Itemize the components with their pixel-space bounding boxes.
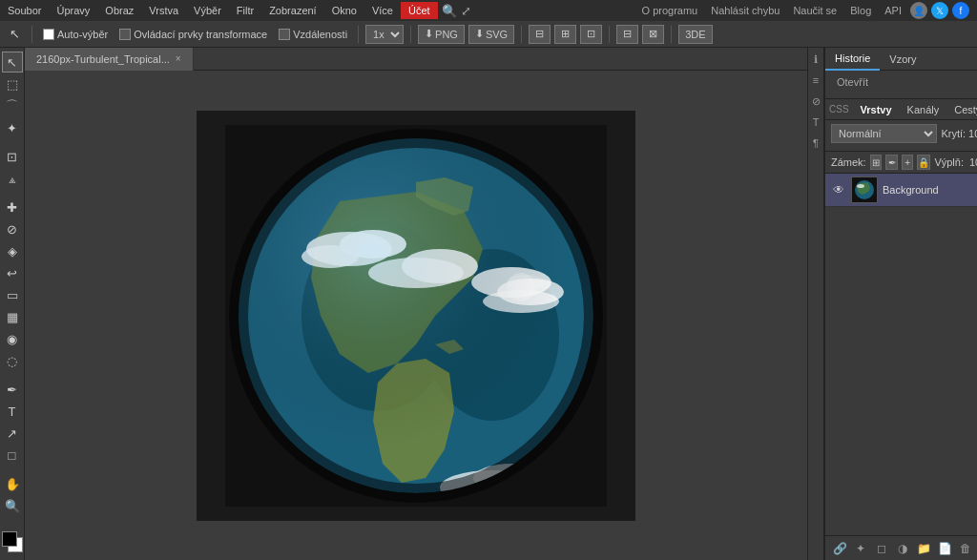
opacity-control: Krytí: 100% ▼ bbox=[941, 128, 977, 139]
canvas-container[interactable] bbox=[25, 71, 807, 560]
tools-panel: ↖ ⬚ ⌒ ✦ ⊡ ⟁ ✚ ⊘ ◈ ↩ ▭ ▦ ◉ ◌ ✒ T ↗ □ ✋ 🔍 bbox=[0, 48, 25, 560]
lock-transparent-icon[interactable]: ⊞ bbox=[870, 155, 883, 170]
adjustment-layer-icon[interactable]: ◑ bbox=[894, 540, 911, 557]
layer-mask-icon[interactable]: ◻ bbox=[873, 540, 890, 557]
paths-tab[interactable]: Cesty bbox=[946, 101, 977, 118]
align-left-btn[interactable]: ⊟ bbox=[529, 25, 551, 44]
distance-checkbox[interactable] bbox=[279, 29, 290, 40]
css-label: CSS bbox=[825, 101, 853, 117]
history-content: Otevřít bbox=[825, 71, 977, 99]
menu-ucet[interactable]: Účet bbox=[401, 2, 438, 19]
align-right-btn[interactable]: ⊡ bbox=[580, 25, 602, 44]
link-layers-icon[interactable]: 🔗 bbox=[831, 540, 848, 557]
path-select-tool[interactable]: ↗ bbox=[2, 423, 23, 444]
report-link[interactable]: Nahlásit chybu bbox=[706, 3, 784, 18]
pen-tool[interactable]: ✒ bbox=[2, 379, 23, 400]
tab-close-button[interactable]: × bbox=[176, 53, 181, 64]
eraser-tool[interactable]: ▭ bbox=[2, 284, 23, 305]
auto-select-checkbox[interactable] bbox=[43, 29, 54, 40]
brush-tool[interactable]: ⊘ bbox=[2, 218, 23, 239]
document-tab[interactable]: 2160px-Turbulent_Tropical... × bbox=[25, 48, 194, 71]
rectangular-select-tool[interactable]: ⬚ bbox=[2, 73, 23, 94]
foreground-color-swatch[interactable] bbox=[2, 531, 17, 547]
menu-okno[interactable]: Okno bbox=[324, 2, 364, 19]
layer-style-icon[interactable]: ✦ bbox=[852, 540, 869, 557]
png-btn[interactable]: ⬇ PNG bbox=[418, 25, 465, 44]
3d-btn[interactable]: 3DE bbox=[678, 25, 712, 44]
lock-all-icon[interactable]: 🔒 bbox=[917, 155, 930, 170]
menu-soubor[interactable]: Soubor bbox=[0, 2, 49, 19]
color-swatches[interactable] bbox=[2, 531, 23, 552]
zoom-select[interactable]: 1x bbox=[365, 25, 404, 44]
layer-thumbnail bbox=[851, 176, 878, 203]
type-tool[interactable]: T bbox=[2, 401, 23, 422]
menu-filtr[interactable]: Filtr bbox=[229, 2, 261, 19]
delete-layer-icon[interactable]: 🗑 bbox=[957, 540, 974, 557]
zoom-tool[interactable]: 🔍 bbox=[2, 495, 23, 516]
tab-filename: 2160px-Turbulent_Tropical... bbox=[36, 53, 170, 65]
expand-icon[interactable]: ⤢ bbox=[461, 4, 471, 18]
layer-row[interactable]: 👁 Background bbox=[825, 174, 977, 207]
about-link[interactable]: O programu bbox=[637, 3, 703, 18]
dodge-tool[interactable]: ◌ bbox=[2, 350, 23, 371]
menu-vice[interactable]: Více bbox=[364, 2, 401, 19]
tab-bar: 2160px-Turbulent_Tropical... × bbox=[25, 48, 807, 71]
move-tool[interactable]: ↖ bbox=[2, 52, 23, 73]
brush-mini-icon[interactable]: ⊘ bbox=[808, 93, 823, 109]
toolbar: ↖ Auto-výběr Ovládací prvky transformace… bbox=[0, 21, 977, 48]
toolbar-divider-1 bbox=[31, 26, 32, 43]
toolbar-divider-2 bbox=[358, 26, 359, 43]
clone-tool[interactable]: ◈ bbox=[2, 240, 23, 261]
shape-tool[interactable]: □ bbox=[2, 445, 23, 466]
menu-vyber[interactable]: Výběr bbox=[186, 2, 229, 19]
blur-tool[interactable]: ◉ bbox=[2, 328, 23, 349]
crop-tool[interactable]: ⊡ bbox=[2, 146, 23, 167]
patterns-tab[interactable]: Vzory bbox=[880, 48, 925, 71]
paragraph-mini-icon[interactable]: ¶ bbox=[808, 135, 823, 151]
channels-tab[interactable]: Kanály bbox=[900, 101, 947, 118]
layers-tab[interactable]: Vrstvy bbox=[853, 101, 900, 118]
new-group-icon[interactable]: 📁 bbox=[915, 540, 932, 557]
menu-vrstva[interactable]: Vrstva bbox=[141, 2, 186, 19]
new-layer-icon[interactable]: 📄 bbox=[936, 540, 953, 557]
auto-select-checkbox-label[interactable]: Auto-výběr bbox=[39, 27, 112, 42]
hand-tool[interactable]: ✋ bbox=[2, 473, 23, 494]
earth-globe bbox=[225, 125, 607, 507]
distribute-btn[interactable]: ⊟ bbox=[616, 25, 638, 44]
info-icon[interactable]: ℹ bbox=[808, 52, 823, 67]
history-brush-tool[interactable]: ↩ bbox=[2, 262, 23, 283]
layer-visibility-toggle[interactable]: 👁 bbox=[831, 182, 846, 197]
history-tab[interactable]: Historie bbox=[825, 48, 880, 71]
menu-obraz[interactable]: Obraz bbox=[97, 2, 141, 19]
distance-checkbox-label[interactable]: Vzdálenosti bbox=[275, 27, 351, 42]
gradient-tool[interactable]: ▦ bbox=[2, 306, 23, 327]
user-avatar[interactable]: 👤 bbox=[910, 2, 927, 19]
blog-link[interactable]: Blog bbox=[845, 3, 876, 18]
svg-btn[interactable]: ⬇ SVG bbox=[468, 25, 514, 44]
lock-position-icon[interactable]: + bbox=[902, 155, 914, 170]
menu-bar: Soubor Úpravy Obraz Vrstva Výběr Filtr Z… bbox=[0, 0, 977, 21]
search-icon[interactable]: 🔍 bbox=[442, 4, 457, 18]
transform-controls-checkbox-label[interactable]: Ovládací prvky transformace bbox=[115, 27, 271, 42]
api-link[interactable]: API bbox=[880, 3, 906, 18]
healing-tool[interactable]: ✚ bbox=[2, 197, 23, 218]
eyedropper-tool[interactable]: ⟁ bbox=[2, 168, 23, 189]
lasso-tool[interactable]: ⌒ bbox=[2, 95, 23, 116]
blend-mode-select[interactable]: Normální bbox=[831, 124, 937, 143]
lock-pixels-icon[interactable]: ✒ bbox=[885, 155, 898, 170]
align-center-btn[interactable]: ⊞ bbox=[554, 25, 576, 44]
arrange-btn[interactable]: ⊠ bbox=[642, 25, 664, 44]
layers-mini-icon[interactable]: ≡ bbox=[808, 73, 823, 88]
history-open-item[interactable]: Otevřít bbox=[833, 74, 977, 90]
move-tool-btn[interactable]: ↖ bbox=[4, 24, 25, 45]
magic-wand-tool[interactable]: ✦ bbox=[2, 117, 23, 138]
twitter-icon[interactable]: 𝕏 bbox=[931, 2, 948, 19]
text-mini-icon[interactable]: T bbox=[808, 114, 823, 130]
transform-controls-checkbox[interactable] bbox=[119, 29, 131, 40]
menu-zobrazeni[interactable]: Zobrazení bbox=[261, 2, 324, 19]
toolbar-divider-5 bbox=[609, 26, 610, 43]
menu-upravy[interactable]: Úpravy bbox=[49, 2, 97, 19]
learn-link[interactable]: Naučit se bbox=[788, 3, 842, 18]
layer-name: Background bbox=[883, 184, 977, 196]
facebook-icon[interactable]: f bbox=[952, 2, 969, 19]
